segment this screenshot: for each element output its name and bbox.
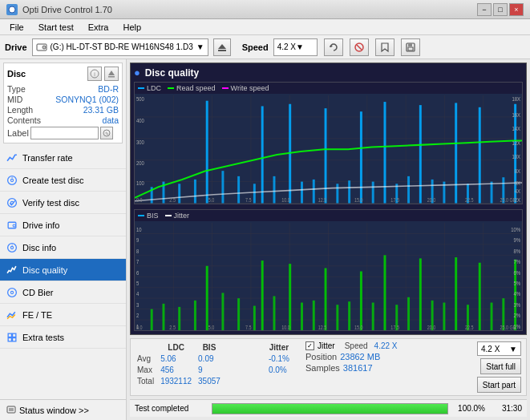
minimize-button[interactable]: −: [477, 3, 492, 16]
total-label: Total: [137, 377, 159, 386]
svg-text:6: 6: [136, 269, 139, 275]
svg-text:500: 500: [136, 95, 144, 102]
toolbar-erase-button[interactable]: [350, 38, 369, 56]
nav-transfer-rate[interactable]: Transfer rate: [0, 147, 126, 169]
svg-line-8: [357, 45, 362, 50]
stats-table: LDC BIS Jitter Avg 5.06 0.09 -0.1% Max 4…: [136, 341, 296, 388]
disc-panel: Disc i Type BD-R MID SONYNQ1 (002): [3, 63, 123, 143]
svg-text:✎: ✎: [104, 131, 108, 136]
status-window-button[interactable]: Status window >>: [0, 399, 126, 420]
nav-cd-bier[interactable]: CD Bier: [0, 281, 126, 304]
svg-text:10.0: 10.0: [281, 324, 290, 330]
svg-rect-147: [348, 301, 350, 330]
svg-text:7: 7: [136, 258, 139, 265]
nav-fe-te[interactable]: FE / TE: [0, 304, 126, 326]
contents-value: data: [103, 115, 119, 125]
app-icon: [6, 4, 18, 15]
mid-key: MID: [7, 95, 22, 104]
svg-rect-60: [221, 171, 224, 203]
legend-read: Read speed: [168, 84, 216, 92]
svg-text:0.0: 0.0: [136, 196, 143, 203]
type-value: BD-R: [98, 84, 119, 94]
maximize-button[interactable]: □: [493, 3, 508, 16]
toolbar-refresh-button[interactable]: [324, 38, 343, 56]
samples-label: Samples: [305, 363, 340, 373]
max-label: Max: [137, 365, 159, 375]
menu-help[interactable]: Help: [116, 21, 148, 34]
svg-rect-5: [218, 50, 226, 51]
save-icon: [405, 42, 416, 53]
jitter-checkbox[interactable]: ✓: [305, 341, 314, 350]
disc-eject-button[interactable]: [104, 67, 119, 81]
nav-drive-info[interactable]: Drive info: [0, 214, 126, 236]
svg-text:5.0: 5.0: [208, 324, 215, 330]
drive-label: Drive: [5, 42, 27, 52]
svg-text:4%: 4%: [513, 290, 520, 297]
svg-rect-159: [491, 302, 493, 330]
svg-text:2%: 2%: [513, 312, 520, 318]
svg-text:6%: 6%: [513, 269, 520, 275]
svg-marker-15: [108, 71, 115, 75]
speed-label: Speed: [242, 42, 269, 52]
svg-rect-152: [407, 297, 410, 330]
disc-quality-icon: [6, 265, 18, 276]
speed-dropdown[interactable]: 4.2 X ▼: [477, 341, 521, 356]
samples-value: 381617: [343, 363, 373, 373]
nav-verify-test-disc[interactable]: Verify test disc: [0, 192, 126, 214]
label-input[interactable]: [30, 127, 99, 139]
svg-text:i: i: [94, 71, 95, 77]
speed-select[interactable]: 4.2 X ▼: [273, 38, 318, 56]
length-key: Length: [7, 105, 33, 115]
nav-create-test-disc[interactable]: + Create test disc: [0, 169, 126, 192]
main-layout: Disc i Type BD-R MID SONYNQ1 (002): [0, 59, 530, 420]
close-button[interactable]: ×: [509, 3, 524, 16]
label-btn[interactable]: ✎: [100, 127, 113, 139]
svg-text:22.5: 22.5: [465, 196, 474, 203]
nav-disc-quality[interactable]: Disc quality: [0, 259, 126, 281]
menu-start-test[interactable]: Start test: [32, 21, 80, 34]
svg-rect-75: [407, 176, 410, 204]
svg-point-29: [8, 288, 17, 297]
speed-drop-arrow: ▼: [509, 345, 517, 353]
toolbar-bookmark-button[interactable]: [375, 38, 394, 56]
eject-icon: [217, 42, 227, 52]
disc-info-button[interactable]: i: [87, 67, 102, 81]
nav-extra-tests[interactable]: Extra tests: [0, 326, 126, 349]
jitter-checkbox-row: ✓ Jitter Speed 4.22 X: [305, 341, 398, 350]
max-bis: 9: [198, 365, 225, 375]
speed-stat-label: Speed: [345, 341, 368, 350]
menu-extra[interactable]: Extra: [82, 21, 115, 34]
nav-disc-info[interactable]: i Disc info: [0, 236, 126, 259]
svg-rect-143: [301, 302, 303, 330]
svg-rect-134: [178, 306, 180, 330]
svg-rect-61: [237, 176, 240, 204]
svg-rect-158: [479, 262, 481, 330]
erase-icon: [354, 42, 365, 53]
toolbar-save-button[interactable]: [401, 38, 420, 56]
svg-text:4X: 4X: [515, 188, 520, 195]
drive-select[interactable]: (G:) HL-DT-ST BD-RE WH16NS48 1.D3 ▼: [32, 38, 208, 56]
start-full-button[interactable]: Start full: [480, 358, 521, 374]
menu-file[interactable]: File: [3, 21, 30, 34]
svg-text:10X: 10X: [512, 154, 521, 160]
svg-text:100: 100: [136, 180, 144, 186]
svg-text:5%: 5%: [513, 280, 520, 286]
svg-rect-32: [13, 333, 16, 337]
svg-rect-148: [360, 271, 362, 330]
svg-text:12.5: 12.5: [318, 324, 327, 330]
legend-write: Write speed: [222, 84, 269, 92]
title-bar: Opti Drive Control 1.70 − □ ×: [0, 0, 530, 19]
info-icon: i: [90, 69, 99, 79]
start-part-button[interactable]: Start part: [477, 377, 521, 393]
svg-text:i: i: [11, 242, 12, 247]
svg-rect-76: [419, 105, 422, 203]
legend-jitter: Jitter: [165, 212, 190, 220]
svg-rect-72: [372, 182, 374, 204]
legend-bis: BIS: [138, 212, 159, 220]
speed-value: 4.2 X: [277, 42, 296, 51]
disc-quality-panel: ● Disc quality LDC Read speed: [130, 63, 527, 335]
drive-eject-button[interactable]: [213, 38, 231, 56]
disc-panel-title: Disc: [7, 69, 26, 79]
disc-quality-panel-title: Disc quality: [145, 67, 199, 79]
jitter-header: Jitter: [269, 343, 294, 353]
